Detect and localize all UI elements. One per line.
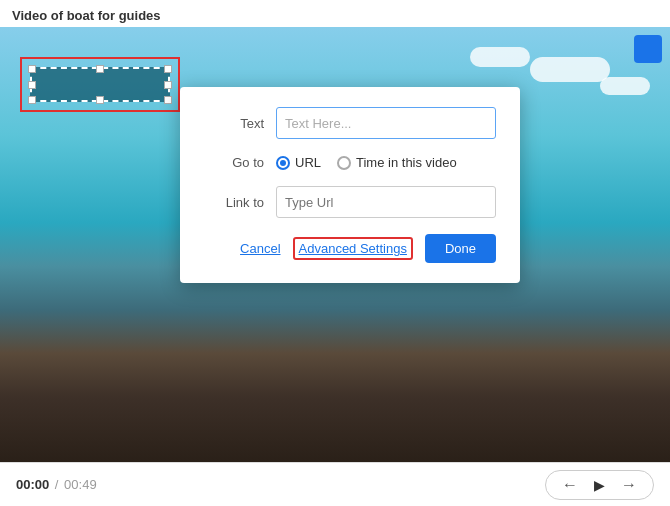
text-row: Text — [204, 107, 496, 139]
top-right-action-button[interactable] — [634, 35, 662, 63]
handle-bottom-left[interactable] — [28, 96, 36, 104]
handle-middle-left[interactable] — [28, 81, 36, 89]
goto-row: Go to URL Time in this video — [204, 155, 496, 170]
next-button[interactable]: → — [615, 475, 643, 495]
text-input[interactable] — [276, 107, 496, 139]
handle-bottom-middle[interactable] — [96, 96, 104, 104]
url-input[interactable] — [276, 186, 496, 218]
video-title: Video of boat for guides — [0, 0, 670, 27]
dialog-actions: Cancel Advanced Settings Done — [204, 234, 496, 263]
annotation-dialog: Text Go to URL Time in this video — [180, 87, 520, 283]
video-area: Text Go to URL Time in this video — [0, 27, 670, 462]
annotation-inner — [30, 67, 170, 102]
handle-top-middle[interactable] — [96, 65, 104, 73]
url-option[interactable]: URL — [276, 155, 321, 170]
time-separator: / — [51, 477, 62, 492]
prev-button[interactable]: ← — [556, 475, 584, 495]
total-time: 00:49 — [64, 477, 97, 492]
done-button[interactable]: Done — [425, 234, 496, 263]
goto-options: URL Time in this video — [276, 155, 496, 170]
url-radio[interactable] — [276, 156, 290, 170]
handle-top-right[interactable] — [164, 65, 172, 73]
current-time: 00:00 — [16, 477, 49, 492]
navigation-controls: ← ▶ → — [545, 470, 654, 500]
goto-label: Go to — [204, 155, 264, 170]
cancel-button[interactable]: Cancel — [240, 241, 280, 256]
linkto-label: Link to — [204, 195, 264, 210]
linkto-row: Link to — [204, 186, 496, 218]
time-label: Time in this video — [356, 155, 457, 170]
url-label: URL — [295, 155, 321, 170]
time-option[interactable]: Time in this video — [337, 155, 457, 170]
cloud-decoration — [530, 57, 610, 82]
cloud-decoration — [600, 77, 650, 95]
time-display: 00:00 / 00:49 — [16, 477, 106, 492]
controls-bar: 00:00 / 00:49 ← ▶ → — [0, 462, 670, 506]
text-label: Text — [204, 116, 264, 131]
cloud-decoration — [470, 47, 530, 67]
handle-bottom-right[interactable] — [164, 96, 172, 104]
handle-top-left[interactable] — [28, 65, 36, 73]
time-radio[interactable] — [337, 156, 351, 170]
advanced-settings-button[interactable]: Advanced Settings — [293, 237, 413, 260]
main-container: Video of boat for guides — [0, 0, 670, 506]
handle-middle-right[interactable] — [164, 81, 172, 89]
play-button[interactable]: ▶ — [588, 476, 611, 494]
annotation-box[interactable] — [20, 57, 180, 112]
